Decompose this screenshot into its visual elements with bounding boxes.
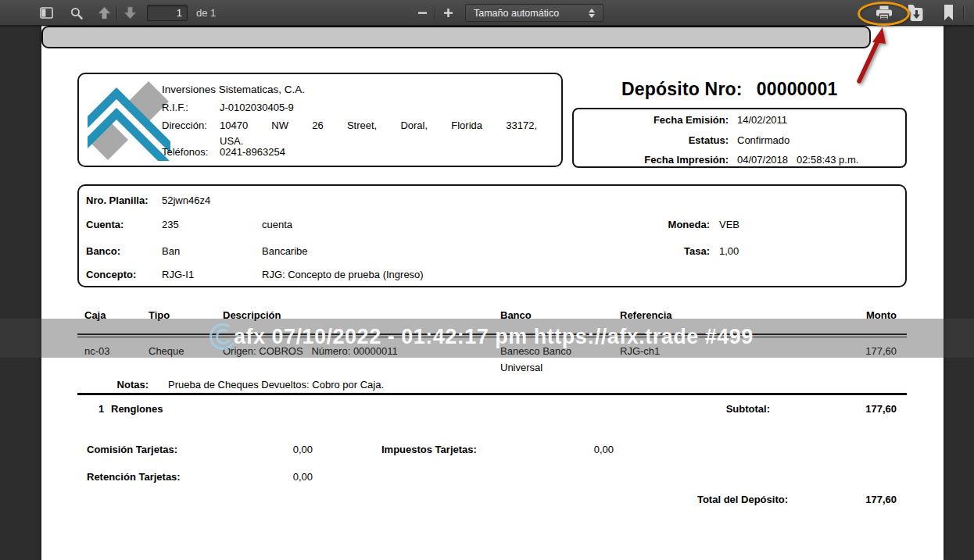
next-page-button[interactable] bbox=[120, 3, 140, 23]
minus-icon bbox=[417, 8, 428, 18]
banco-code: Ban bbox=[162, 245, 180, 257]
total-label: Total del Depósito: bbox=[643, 494, 788, 505]
tasa-label: Tasa: bbox=[593, 245, 710, 257]
notas-value: Prueba de Cheques Devueltos: Cobro por C… bbox=[168, 379, 384, 391]
phones-label: Teléfonos: bbox=[162, 146, 208, 158]
column-header-referencia: Referencia bbox=[620, 309, 671, 321]
subtotal-value: 177,60 bbox=[784, 403, 897, 415]
concepto-name: RJG: Concepto de prueba (Ingreso) bbox=[262, 269, 424, 280]
impresion-value: 04/07/2018 02:58:43 p.m. bbox=[737, 154, 858, 166]
rif-value: J-0102030405-9 bbox=[220, 102, 294, 113]
emision-label: Fecha Emisión: bbox=[581, 114, 729, 126]
deposit-title-label: Depósito Nro: bbox=[621, 79, 743, 99]
plus-icon bbox=[443, 8, 453, 18]
cell-descripcion: Origen: COBROS Número: 00000011 bbox=[223, 345, 398, 357]
estatus-label: Estatus: bbox=[581, 134, 729, 146]
column-header-banco: Banco bbox=[500, 309, 532, 321]
moneda-value: VEB bbox=[719, 219, 739, 230]
cuenta-name: cuenta bbox=[262, 219, 292, 230]
emision-value: 14/02/2011 bbox=[737, 114, 787, 126]
banco-name: Bancaribe bbox=[262, 245, 308, 257]
company-logo bbox=[88, 80, 170, 161]
zoom-level-select[interactable]: Tamaño automático bbox=[465, 4, 603, 22]
rif-label: R.I.F.: bbox=[162, 102, 188, 113]
pdf-page: Inversiones Sistematicas, C.A. R.I.F.: J… bbox=[41, 26, 944, 560]
phones-value: 0241-8963254 bbox=[220, 146, 285, 158]
divider bbox=[77, 334, 907, 335]
column-header-monto: Monto bbox=[784, 309, 897, 321]
cell-banco-line2: Universal bbox=[500, 362, 543, 373]
banco-label: Banco: bbox=[86, 245, 120, 257]
sidebar-toggle-button[interactable] bbox=[36, 3, 56, 23]
annotation-arrow bbox=[848, 23, 895, 89]
cell-banco-line1: Banesco Banco bbox=[500, 345, 571, 357]
cell-referencia: RJG-ch1 bbox=[620, 345, 660, 357]
cell-monto: 177,60 bbox=[784, 345, 897, 357]
renglones-label: Renglones bbox=[111, 403, 163, 415]
cell-caja: nc-03 bbox=[84, 345, 110, 357]
toolbar: de 1 Tamaño automático bbox=[0, 0, 974, 26]
impuestos-label: Impuestos Tarjetas: bbox=[381, 444, 477, 455]
arrow-down-icon bbox=[124, 6, 137, 20]
planilla-label: Nro. Planilla: bbox=[86, 194, 148, 206]
zoom-out-button[interactable] bbox=[412, 3, 432, 23]
divider bbox=[77, 393, 907, 395]
address-line1: 10470 NW 26 Street, Doral, Florida 33172… bbox=[220, 119, 537, 131]
concepto-label: Concepto: bbox=[86, 269, 136, 280]
download-icon bbox=[908, 5, 923, 22]
deposit-title: Depósito Nro:00000001 bbox=[621, 79, 838, 100]
page-count-label: de 1 bbox=[196, 7, 216, 19]
notas-label: Notas: bbox=[96, 379, 149, 391]
bookmark-icon bbox=[944, 5, 954, 21]
concepto-code: RJG-I1 bbox=[162, 269, 194, 280]
table-header bbox=[41, 26, 871, 48]
impuestos-value: 0,00 bbox=[535, 444, 614, 455]
moneda-label: Moneda: bbox=[593, 219, 710, 230]
arrow-up-icon bbox=[98, 6, 111, 20]
tasa-value: 1,00 bbox=[719, 245, 739, 257]
retencion-label: Retención Tarjetas: bbox=[87, 471, 181, 483]
comision-label: Comisión Tarjetas: bbox=[87, 444, 177, 455]
bookmark-button[interactable] bbox=[938, 3, 958, 23]
company-name: Inversiones Sistematicas, C.A. bbox=[162, 84, 305, 95]
toolbar-separator bbox=[435, 6, 435, 20]
comision-value: 0,00 bbox=[237, 444, 313, 455]
address-label: Dirección: bbox=[162, 119, 207, 131]
renglones-count: 1 bbox=[98, 403, 104, 415]
previous-page-button[interactable] bbox=[94, 3, 114, 23]
column-header-tipo: Tipo bbox=[149, 309, 170, 321]
print-highlight-ellipse bbox=[858, 2, 910, 26]
sidebar-toggle-icon bbox=[40, 7, 53, 19]
column-header-descripcion: Descripción bbox=[223, 309, 281, 321]
column-header-caja: Caja bbox=[84, 309, 106, 321]
zoom-level-value: Tamaño automático bbox=[474, 8, 589, 19]
planilla-value: 52jwn46z4 bbox=[162, 194, 210, 206]
deposit-number: 00000001 bbox=[757, 79, 838, 99]
cuenta-label: Cuenta: bbox=[86, 219, 124, 230]
search-icon bbox=[70, 7, 83, 20]
page-number-input[interactable] bbox=[147, 5, 188, 21]
toolbar-separator bbox=[116, 6, 117, 20]
search-button[interactable] bbox=[66, 3, 87, 23]
subtotal-label: Subtotal: bbox=[667, 403, 770, 415]
divider bbox=[77, 337, 907, 337]
retencion-value: 0,00 bbox=[237, 471, 313, 483]
toolbar-separator bbox=[963, 6, 964, 20]
impresion-label: Fecha Impresión: bbox=[581, 154, 729, 166]
zoom-in-button[interactable] bbox=[438, 3, 458, 23]
total-value: 177,60 bbox=[784, 494, 897, 505]
address-line2: USA. bbox=[220, 135, 243, 147]
select-updown-icon bbox=[589, 9, 595, 18]
cell-tipo: Cheque bbox=[149, 345, 184, 357]
pdf-viewer: de 1 Tamaño automático bbox=[0, 0, 974, 560]
estatus-value: Confirmado bbox=[737, 134, 790, 146]
cuenta-code: 235 bbox=[162, 219, 179, 230]
